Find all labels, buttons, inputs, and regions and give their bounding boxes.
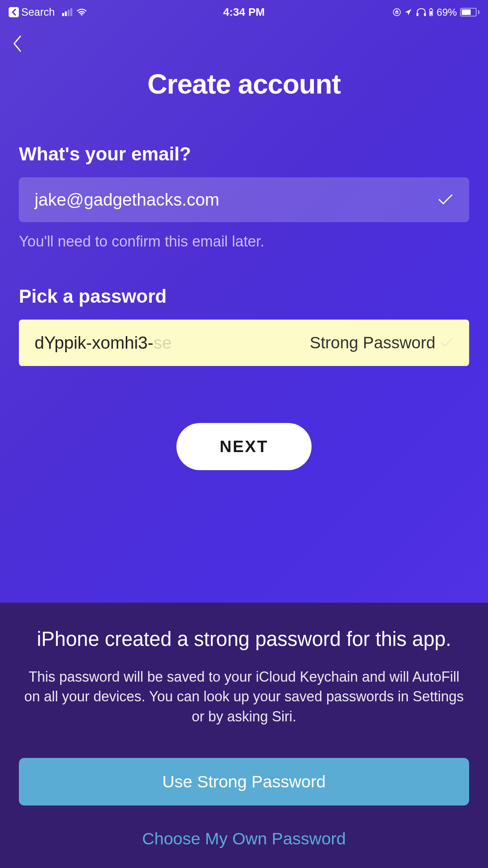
back-button[interactable] [12,34,24,53]
svg-rect-6 [430,8,432,9]
back-to-search[interactable]: Search [9,6,55,18]
email-label: What's your email? [19,143,469,165]
status-bar: Search 4:34 PM [0,0,488,23]
battery-charging-icon [429,8,433,17]
search-label: Search [21,6,55,18]
status-time: 4:34 PM [223,6,265,18]
email-helper: You'll need to confirm this email later. [19,233,469,250]
checkmark-icon [440,337,453,348]
battery-icon [460,8,479,17]
svg-point-0 [81,14,83,16]
page-title: Create account [0,68,488,100]
status-left: Search [9,6,87,18]
cellular-signal-icon [62,8,72,16]
headphones-icon [415,8,427,17]
svg-rect-4 [424,13,426,16]
password-field[interactable]: dYppik-xomhi3-se Strong Password [19,320,469,366]
location-icon [404,8,412,16]
strong-password-sheet: iPhone created a strong password for thi… [0,603,488,868]
rotation-lock-icon [393,8,401,17]
wifi-icon [76,8,87,16]
use-strong-password-button[interactable]: Use Strong Password [19,758,469,805]
sheet-body: This password will be saved to your iClo… [19,667,469,726]
password-value: dYppik-xomhi3-se [35,333,172,353]
email-value: jake@gadgethacks.com [35,190,219,210]
email-field[interactable]: jake@gadgethacks.com [19,177,469,222]
password-label: Pick a password [19,285,469,307]
next-button[interactable]: NEXT [176,423,312,470]
sheet-title: iPhone created a strong password for thi… [19,626,469,652]
battery-percent: 69% [437,6,457,18]
back-chevron-icon [9,7,19,17]
nav-bar [0,23,488,64]
svg-rect-3 [416,13,418,16]
status-right: 69% [393,6,479,18]
strong-password-label: Strong Password [310,333,453,352]
password-section: Pick a password dYppik-xomhi3-se Strong … [19,285,469,366]
form-content: What's your email? jake@gadgethacks.com … [0,100,488,470]
svg-rect-2 [396,12,398,13]
checkmark-icon [438,193,453,206]
svg-rect-7 [430,11,432,15]
choose-own-password-button[interactable]: Choose My Own Password [19,829,469,848]
